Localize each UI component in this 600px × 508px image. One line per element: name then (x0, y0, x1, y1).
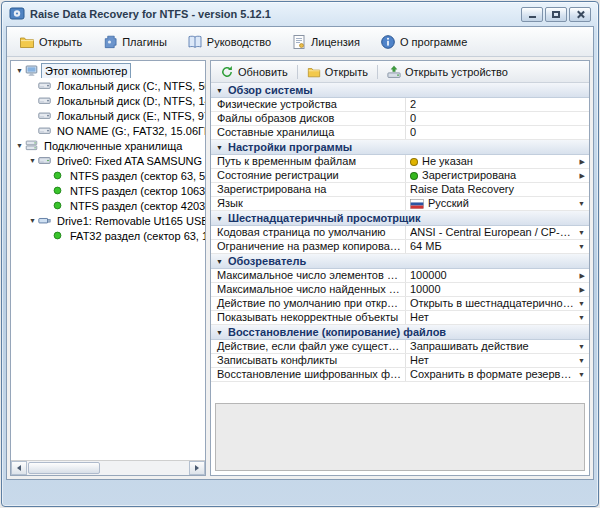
property-row[interactable]: Состояние регистрацииЗарегистрирована▶ (211, 169, 589, 183)
expander-icon[interactable]: ▼ (27, 153, 38, 168)
close-button[interactable] (569, 7, 591, 22)
property-row[interactable]: Путь к временным файламНе указан▶ (211, 155, 589, 169)
property-value-text: 0 (410, 126, 585, 139)
tree-item[interactable]: ▼Подключенные хранилища (11, 138, 205, 153)
plugins-button[interactable]: Плагины (96, 31, 173, 53)
license-button[interactable]: Лицензия (285, 31, 366, 53)
property-value: 100000▶ (406, 269, 589, 282)
open-device-button[interactable]: Открыть устройство (382, 63, 513, 81)
tree-item[interactable]: ▼Этот компьютер (11, 63, 205, 78)
toolbar-separator (297, 65, 298, 79)
expand-arrow-icon[interactable]: ▶ (580, 169, 585, 182)
section-header[interactable]: ▼Шестнадцатеричный просмотрщик (211, 211, 589, 226)
toolbar-separator (377, 65, 378, 79)
partition-dot-icon (51, 169, 67, 182)
computer-icon (25, 64, 41, 77)
tree-item[interactable]: NO NAME (G:, FAT32, 15.06ГБ) (11, 123, 205, 138)
expand-arrow-icon[interactable]: ▶ (580, 269, 585, 282)
tree-item[interactable]: ▼Drive0: Fixed ATA SAMSUNG HD321KJ (11, 153, 205, 168)
horizontal-scrollbar[interactable] (11, 460, 205, 475)
titlebar: Raise Data Recovery for NTFS - version 5… (2, 2, 598, 26)
property-row[interactable]: Физические устройства2 (211, 98, 589, 112)
status-dot-icon (410, 172, 418, 180)
section-header[interactable]: ▼Восстановление (копирование) файлов (211, 325, 589, 340)
property-name: Зарегистрирована на (211, 183, 406, 196)
property-row[interactable]: Составные хранилища0 (211, 126, 589, 140)
tree-item[interactable]: ▼Drive1: Removable Ut165 USB USB2Flash (11, 213, 205, 228)
dropdown-arrow-icon[interactable]: ▼ (578, 226, 585, 239)
section-title: Шестнадцатеричный просмотрщик (228, 212, 421, 224)
scroll-left-button[interactable] (11, 461, 27, 475)
property-name: Ограничение на размер копирования (211, 240, 406, 253)
section-title: Настройки программы (228, 141, 352, 153)
tree-item[interactable]: NTFS раздел (сектор 420340788, 97.6 (11, 198, 205, 213)
tree-item[interactable]: Локальный диск (E:, NTFS, 97.65ГБ) (11, 108, 205, 123)
maximize-icon (552, 11, 560, 18)
collapse-icon: ▼ (216, 254, 223, 269)
open-button[interactable]: Открыть (302, 63, 373, 81)
property-value: Запрашивать действие▼ (406, 340, 589, 353)
minimize-button[interactable] (521, 7, 543, 22)
dropdown-arrow-icon[interactable]: ▼ (578, 240, 585, 253)
toolbar-button-label: Плагины (122, 36, 167, 48)
tree-item[interactable]: FAT32 раздел (сектор 63, 15.06ГБ) (11, 228, 205, 243)
property-name: Путь к временным файлам (211, 155, 406, 168)
property-row[interactable]: Ограничение на размер копирования64 МБ▼ (211, 240, 589, 254)
plugins-icon (102, 34, 118, 50)
expander-icon[interactable]: ▼ (27, 213, 38, 228)
manual-icon (187, 34, 203, 50)
expand-arrow-icon[interactable]: ▶ (580, 155, 585, 168)
property-row[interactable]: Действие по умолчанию при открытии файла… (211, 297, 589, 311)
property-value-text: 10000 (410, 283, 576, 296)
device-tree: ▼Этот компьютерЛокальный диск (C:, NTFS,… (11, 61, 205, 460)
manual-button[interactable]: Руководство (181, 31, 277, 53)
property-value: Зарегистрирована▶ (406, 169, 589, 182)
collapse-icon: ▼ (216, 325, 223, 340)
property-row[interactable]: Кодовая страница по умолчаниюANSI - Cent… (211, 226, 589, 240)
section-header[interactable]: ▼Настройки программы (211, 140, 589, 155)
property-row[interactable]: Максимальное число найденных элементов в… (211, 283, 589, 297)
scroll-right-icon (195, 465, 199, 471)
property-row[interactable]: Показывать некорректные объектыНет▼ (211, 311, 589, 325)
property-value: Нет▼ (406, 311, 589, 324)
section-header[interactable]: ▼Обзор системы (211, 83, 589, 98)
client-area: ОткрытьПлагиныРуководствоЛицензияО прогр… (6, 26, 594, 480)
property-value: Нет▼ (406, 354, 589, 367)
section-header[interactable]: ▼Обозреватель (211, 254, 589, 269)
dropdown-arrow-icon[interactable]: ▼ (578, 311, 585, 324)
dropdown-arrow-icon[interactable]: ▼ (578, 340, 585, 353)
property-row[interactable]: Записывать конфликтыНет▼ (211, 354, 589, 368)
tree-item[interactable]: Локальный диск (D:, NTFS, 149.73ГБ) (11, 93, 205, 108)
property-row[interactable]: ЯзыкРусский▼ (211, 197, 589, 211)
scrollbar-thumb[interactable] (28, 462, 100, 474)
property-row[interactable]: Действие, если файл уже существуетЗапраш… (211, 340, 589, 354)
collapse-icon: ▼ (216, 211, 223, 226)
about-button[interactable]: О программе (374, 31, 473, 53)
scrollbar-track[interactable] (27, 461, 189, 475)
disk-icon (38, 124, 54, 137)
property-row[interactable]: Файлы образов дисков0 (211, 112, 589, 126)
tree-item[interactable]: NTFS раздел (сектор 106318233, 149. (11, 183, 205, 198)
dropdown-arrow-icon[interactable]: ▼ (578, 354, 585, 367)
open-folder-button[interactable]: Открыть (13, 31, 88, 53)
property-value-text: Сохранить в формате резервной копии (410, 368, 574, 381)
dropdown-arrow-icon[interactable]: ▼ (578, 297, 585, 310)
refresh-button[interactable]: Обновить (215, 63, 293, 81)
dropdown-arrow-icon[interactable]: ▼ (578, 197, 585, 210)
tree-item[interactable]: Локальный диск (C:, NTFS, 50.69ГБ) (11, 78, 205, 93)
maximize-button[interactable] (545, 7, 567, 22)
property-name: Язык (211, 197, 406, 210)
property-row[interactable]: Максимальное число элементов на странице… (211, 269, 589, 283)
dropdown-arrow-icon[interactable]: ▼ (578, 368, 585, 381)
scroll-right-button[interactable] (189, 461, 205, 475)
property-value: 2 (406, 98, 589, 111)
tree-item[interactable]: NTFS раздел (сектор 63, 50.69ГБ) (11, 168, 205, 183)
expander-icon[interactable]: ▼ (14, 138, 25, 153)
property-row[interactable]: Зарегистрирована наRaise Data Recovery (211, 183, 589, 197)
property-value-text: 64 МБ (410, 240, 574, 253)
property-row[interactable]: Восстановление шифрованных файлов на NTF… (211, 368, 589, 382)
expand-arrow-icon[interactable]: ▶ (580, 283, 585, 296)
expander-icon[interactable]: ▼ (14, 63, 25, 78)
toolbar-button-label: Руководство (207, 36, 271, 48)
property-name: Состояние регистрации (211, 169, 406, 182)
